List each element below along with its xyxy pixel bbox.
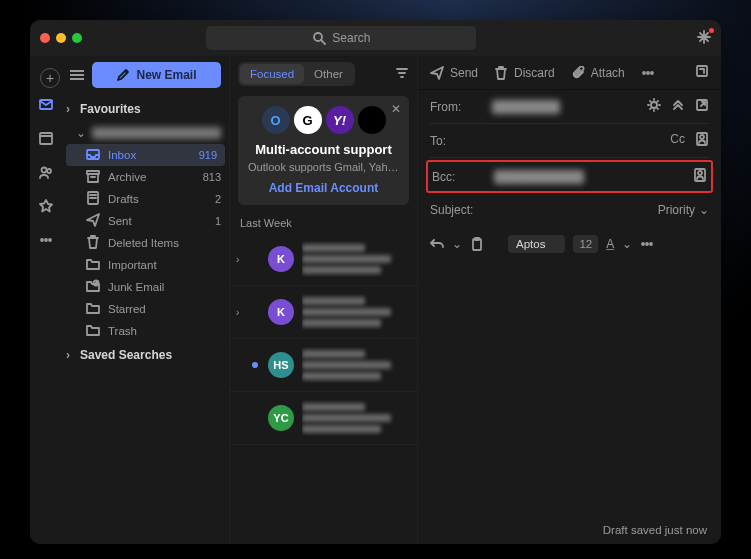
contacts-button[interactable] — [693, 168, 707, 185]
subject-field[interactable]: Subject: Priority ⌄ — [430, 195, 709, 225]
message-preview — [302, 400, 407, 436]
promo-subtitle: Outlook supports Gmail, Yahoo an… — [248, 161, 399, 173]
message-item[interactable]: ›K — [230, 286, 417, 339]
tab-other[interactable]: Other — [304, 64, 353, 84]
favourites-label: Favourites — [80, 102, 141, 116]
message-preview — [302, 294, 407, 330]
draft-status: Draft saved just now — [418, 516, 721, 544]
message-item[interactable]: YC — [230, 392, 417, 445]
zoom-window-button[interactable] — [72, 33, 82, 43]
favourites-section[interactable]: › Favourites — [62, 96, 229, 122]
bcc-value[interactable]: redacted — [494, 170, 584, 184]
promo-close-button[interactable]: ✕ — [391, 102, 401, 116]
popout-button[interactable] — [695, 64, 709, 81]
from-value: redacted — [492, 100, 560, 114]
paperclip-icon — [571, 66, 585, 80]
folder-label: Starred — [108, 303, 213, 315]
more-actions-button[interactable] — [641, 66, 655, 80]
folder-junk-email[interactable]: Junk Email — [62, 276, 229, 298]
focused-other-tabs: Focused Other — [238, 62, 355, 86]
new-email-button[interactable]: New Email — [92, 62, 221, 88]
folder-label: Sent — [108, 215, 207, 227]
send-button[interactable]: Send — [430, 66, 478, 80]
folder-label: Drafts — [108, 193, 207, 205]
close-window-button[interactable] — [40, 33, 50, 43]
folder-label: Junk Email — [108, 281, 213, 293]
theme-icon[interactable] — [647, 98, 661, 115]
folder-important[interactable]: Important — [62, 254, 229, 276]
folder-deleted-items[interactable]: Deleted Items — [62, 232, 229, 254]
open-separate-icon[interactable] — [695, 98, 709, 115]
sparkle-icon — [697, 30, 711, 44]
attach-button[interactable]: Attach — [571, 66, 625, 80]
to-field[interactable]: To: Cc — [430, 124, 709, 158]
undo-menu[interactable]: ⌄ — [452, 237, 462, 251]
sender-avatar: YC — [268, 405, 294, 431]
add-email-account-link[interactable]: Add Email Account — [248, 181, 399, 195]
svg-point-35 — [646, 243, 648, 245]
account-row[interactable]: ⌄ redacted acct — [62, 122, 229, 144]
rail-calendar-icon[interactable] — [38, 130, 54, 146]
folder-starred[interactable]: Starred — [62, 298, 229, 320]
filter-button[interactable] — [395, 66, 409, 83]
sender-avatar: K — [268, 246, 294, 272]
message-item[interactable]: HS — [230, 339, 417, 392]
from-field[interactable]: From: redacted — [430, 90, 709, 124]
priority-dropdown[interactable]: Priority ⌄ — [658, 203, 709, 217]
tab-focused[interactable]: Focused — [240, 64, 304, 84]
hamburger-button[interactable] — [70, 70, 84, 80]
saved-searches-label: Saved Searches — [80, 348, 172, 362]
cc-button[interactable]: Cc — [670, 132, 685, 149]
svg-point-22 — [643, 72, 645, 74]
junk-icon — [86, 279, 100, 295]
contacts-icon — [695, 132, 709, 146]
collapse-icon[interactable] — [671, 98, 685, 115]
to-value[interactable] — [492, 134, 660, 148]
drafts-icon — [86, 191, 100, 207]
from-label: From: — [430, 100, 482, 114]
undo-button[interactable] — [430, 237, 444, 251]
rail-more-icon[interactable] — [38, 232, 54, 248]
folder-sent[interactable]: Sent1 — [62, 210, 229, 232]
font-menu[interactable]: ⌄ — [622, 237, 632, 251]
attach-label: Attach — [591, 66, 625, 80]
message-item[interactable]: ›K — [230, 233, 417, 286]
folder-archive[interactable]: Archive813 — [62, 166, 229, 188]
add-button[interactable]: + — [40, 68, 60, 88]
saved-searches-section[interactable]: › Saved Searches — [62, 342, 229, 368]
folder-inbox[interactable]: Inbox919 — [66, 144, 225, 166]
sender-avatar: HS — [268, 352, 294, 378]
font-family-select[interactable]: Aptos — [508, 235, 565, 253]
folder-drafts[interactable]: Drafts2 — [62, 188, 229, 210]
discard-button[interactable]: Discard — [494, 66, 555, 80]
bcc-field[interactable]: Bcc: redacted — [426, 160, 713, 193]
font-color-button[interactable]: A — [606, 237, 614, 251]
clipboard-button[interactable] — [470, 237, 484, 251]
svg-point-6 — [47, 169, 51, 173]
folder-count: 2 — [215, 193, 221, 205]
subject-value[interactable] — [492, 203, 648, 217]
svg-point-7 — [41, 239, 43, 241]
compose-toolbar: Send Discard Attach — [418, 56, 721, 90]
folder-trash[interactable]: Trash — [62, 320, 229, 342]
minimize-window-button[interactable] — [56, 33, 66, 43]
rail-mail-icon[interactable] — [38, 96, 54, 112]
message-list-pane: Focused Other ✕ O G Y! Multi-account sup… — [230, 56, 418, 544]
rail-people-icon[interactable] — [38, 164, 54, 180]
filter-icon — [395, 66, 409, 80]
expand-chevron[interactable]: › — [236, 254, 244, 265]
font-size-select[interactable]: 12 — [573, 235, 598, 253]
compose-body[interactable] — [418, 263, 721, 516]
rail-star-icon[interactable] — [38, 198, 54, 214]
expand-chevron[interactable]: › — [236, 307, 244, 318]
google-icon: G — [294, 106, 322, 134]
folder-icon — [86, 301, 100, 317]
contacts-button[interactable] — [695, 132, 709, 149]
folder-count: 813 — [203, 171, 221, 183]
chevron-down-icon: ⌄ — [76, 126, 86, 140]
editor-more-button[interactable] — [640, 237, 654, 251]
svg-point-8 — [45, 239, 47, 241]
app-window: Search + New Email › — [30, 20, 721, 544]
search-input[interactable]: Search — [206, 26, 476, 50]
whats-new-button[interactable] — [697, 30, 711, 47]
